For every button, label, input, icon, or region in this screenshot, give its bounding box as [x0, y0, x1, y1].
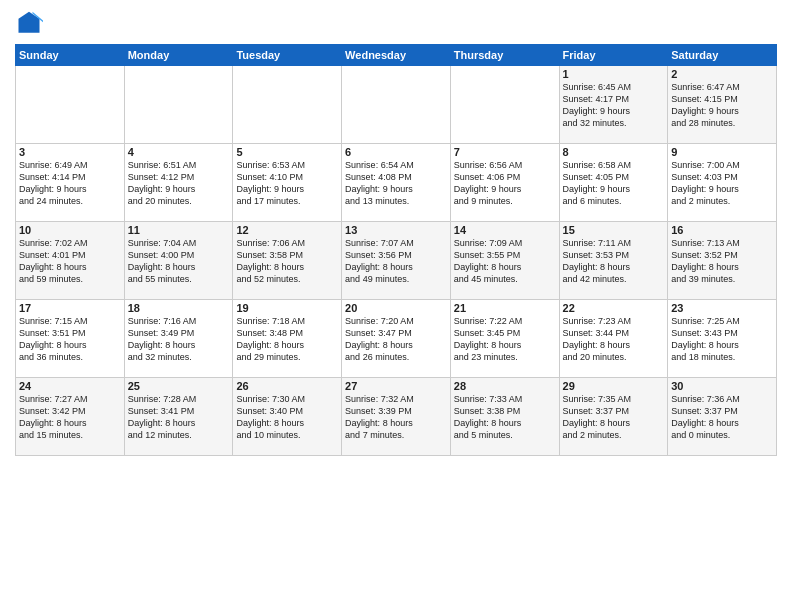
day-info: Sunrise: 7:13 AMSunset: 3:52 PMDaylight:…	[671, 237, 773, 286]
calendar-cell: 29Sunrise: 7:35 AMSunset: 3:37 PMDayligh…	[559, 378, 668, 456]
day-number: 27	[345, 380, 447, 392]
weekday-header-friday: Friday	[559, 45, 668, 66]
day-number: 15	[563, 224, 665, 236]
day-info: Sunrise: 6:58 AMSunset: 4:05 PMDaylight:…	[563, 159, 665, 208]
calendar-cell: 18Sunrise: 7:16 AMSunset: 3:49 PMDayligh…	[124, 300, 233, 378]
day-info: Sunrise: 7:09 AMSunset: 3:55 PMDaylight:…	[454, 237, 556, 286]
day-number: 21	[454, 302, 556, 314]
day-info: Sunrise: 7:30 AMSunset: 3:40 PMDaylight:…	[236, 393, 338, 442]
day-info: Sunrise: 6:53 AMSunset: 4:10 PMDaylight:…	[236, 159, 338, 208]
day-number: 3	[19, 146, 121, 158]
day-info: Sunrise: 6:47 AMSunset: 4:15 PMDaylight:…	[671, 81, 773, 130]
day-number: 28	[454, 380, 556, 392]
calendar-cell: 7Sunrise: 6:56 AMSunset: 4:06 PMDaylight…	[450, 144, 559, 222]
day-info: Sunrise: 7:04 AMSunset: 4:00 PMDaylight:…	[128, 237, 230, 286]
calendar-table: SundayMondayTuesdayWednesdayThursdayFrid…	[15, 44, 777, 456]
day-number: 25	[128, 380, 230, 392]
calendar-cell: 14Sunrise: 7:09 AMSunset: 3:55 PMDayligh…	[450, 222, 559, 300]
calendar-cell: 23Sunrise: 7:25 AMSunset: 3:43 PMDayligh…	[668, 300, 777, 378]
calendar-cell: 25Sunrise: 7:28 AMSunset: 3:41 PMDayligh…	[124, 378, 233, 456]
calendar-cell: 6Sunrise: 6:54 AMSunset: 4:08 PMDaylight…	[342, 144, 451, 222]
calendar-cell: 5Sunrise: 6:53 AMSunset: 4:10 PMDaylight…	[233, 144, 342, 222]
calendar-cell: 19Sunrise: 7:18 AMSunset: 3:48 PMDayligh…	[233, 300, 342, 378]
logo	[15, 10, 47, 38]
day-number: 18	[128, 302, 230, 314]
day-number: 5	[236, 146, 338, 158]
calendar-cell: 27Sunrise: 7:32 AMSunset: 3:39 PMDayligh…	[342, 378, 451, 456]
weekday-header-monday: Monday	[124, 45, 233, 66]
day-number: 22	[563, 302, 665, 314]
header-row: SundayMondayTuesdayWednesdayThursdayFrid…	[16, 45, 777, 66]
calendar-cell: 28Sunrise: 7:33 AMSunset: 3:38 PMDayligh…	[450, 378, 559, 456]
day-info: Sunrise: 7:28 AMSunset: 3:41 PMDaylight:…	[128, 393, 230, 442]
day-info: Sunrise: 7:23 AMSunset: 3:44 PMDaylight:…	[563, 315, 665, 364]
calendar-cell: 11Sunrise: 7:04 AMSunset: 4:00 PMDayligh…	[124, 222, 233, 300]
weekday-header-tuesday: Tuesday	[233, 45, 342, 66]
calendar-cell: 16Sunrise: 7:13 AMSunset: 3:52 PMDayligh…	[668, 222, 777, 300]
calendar-cell: 21Sunrise: 7:22 AMSunset: 3:45 PMDayligh…	[450, 300, 559, 378]
calendar-cell: 9Sunrise: 7:00 AMSunset: 4:03 PMDaylight…	[668, 144, 777, 222]
day-number: 23	[671, 302, 773, 314]
weekday-header-thursday: Thursday	[450, 45, 559, 66]
day-info: Sunrise: 7:07 AMSunset: 3:56 PMDaylight:…	[345, 237, 447, 286]
day-number: 26	[236, 380, 338, 392]
calendar-cell	[450, 66, 559, 144]
week-row-2: 3Sunrise: 6:49 AMSunset: 4:14 PMDaylight…	[16, 144, 777, 222]
day-info: Sunrise: 6:45 AMSunset: 4:17 PMDaylight:…	[563, 81, 665, 130]
day-number: 6	[345, 146, 447, 158]
calendar-cell: 8Sunrise: 6:58 AMSunset: 4:05 PMDaylight…	[559, 144, 668, 222]
day-number: 10	[19, 224, 121, 236]
week-row-4: 17Sunrise: 7:15 AMSunset: 3:51 PMDayligh…	[16, 300, 777, 378]
day-info: Sunrise: 7:27 AMSunset: 3:42 PMDaylight:…	[19, 393, 121, 442]
calendar-cell	[342, 66, 451, 144]
day-info: Sunrise: 7:25 AMSunset: 3:43 PMDaylight:…	[671, 315, 773, 364]
calendar-cell	[16, 66, 125, 144]
day-info: Sunrise: 7:32 AMSunset: 3:39 PMDaylight:…	[345, 393, 447, 442]
calendar-cell: 4Sunrise: 6:51 AMSunset: 4:12 PMDaylight…	[124, 144, 233, 222]
svg-marker-0	[19, 12, 40, 33]
day-info: Sunrise: 6:51 AMSunset: 4:12 PMDaylight:…	[128, 159, 230, 208]
day-info: Sunrise: 6:56 AMSunset: 4:06 PMDaylight:…	[454, 159, 556, 208]
day-number: 16	[671, 224, 773, 236]
calendar-cell: 15Sunrise: 7:11 AMSunset: 3:53 PMDayligh…	[559, 222, 668, 300]
day-number: 20	[345, 302, 447, 314]
day-info: Sunrise: 7:35 AMSunset: 3:37 PMDaylight:…	[563, 393, 665, 442]
day-number: 12	[236, 224, 338, 236]
day-info: Sunrise: 7:15 AMSunset: 3:51 PMDaylight:…	[19, 315, 121, 364]
calendar-cell: 13Sunrise: 7:07 AMSunset: 3:56 PMDayligh…	[342, 222, 451, 300]
day-info: Sunrise: 7:00 AMSunset: 4:03 PMDaylight:…	[671, 159, 773, 208]
day-info: Sunrise: 6:54 AMSunset: 4:08 PMDaylight:…	[345, 159, 447, 208]
day-number: 17	[19, 302, 121, 314]
day-number: 24	[19, 380, 121, 392]
day-info: Sunrise: 7:11 AMSunset: 3:53 PMDaylight:…	[563, 237, 665, 286]
week-row-3: 10Sunrise: 7:02 AMSunset: 4:01 PMDayligh…	[16, 222, 777, 300]
day-number: 13	[345, 224, 447, 236]
day-number: 8	[563, 146, 665, 158]
day-info: Sunrise: 7:06 AMSunset: 3:58 PMDaylight:…	[236, 237, 338, 286]
day-number: 30	[671, 380, 773, 392]
day-info: Sunrise: 7:36 AMSunset: 3:37 PMDaylight:…	[671, 393, 773, 442]
day-info: Sunrise: 7:16 AMSunset: 3:49 PMDaylight:…	[128, 315, 230, 364]
day-number: 7	[454, 146, 556, 158]
day-info: Sunrise: 7:20 AMSunset: 3:47 PMDaylight:…	[345, 315, 447, 364]
calendar-cell: 24Sunrise: 7:27 AMSunset: 3:42 PMDayligh…	[16, 378, 125, 456]
logo-icon	[15, 10, 43, 38]
calendar-cell: 22Sunrise: 7:23 AMSunset: 3:44 PMDayligh…	[559, 300, 668, 378]
day-number: 9	[671, 146, 773, 158]
day-number: 1	[563, 68, 665, 80]
week-row-5: 24Sunrise: 7:27 AMSunset: 3:42 PMDayligh…	[16, 378, 777, 456]
day-number: 11	[128, 224, 230, 236]
day-number: 4	[128, 146, 230, 158]
week-row-1: 1Sunrise: 6:45 AMSunset: 4:17 PMDaylight…	[16, 66, 777, 144]
calendar-cell: 1Sunrise: 6:45 AMSunset: 4:17 PMDaylight…	[559, 66, 668, 144]
weekday-header-saturday: Saturday	[668, 45, 777, 66]
calendar-cell: 12Sunrise: 7:06 AMSunset: 3:58 PMDayligh…	[233, 222, 342, 300]
calendar-cell: 3Sunrise: 6:49 AMSunset: 4:14 PMDaylight…	[16, 144, 125, 222]
calendar-cell: 2Sunrise: 6:47 AMSunset: 4:15 PMDaylight…	[668, 66, 777, 144]
day-info: Sunrise: 6:49 AMSunset: 4:14 PMDaylight:…	[19, 159, 121, 208]
header	[15, 10, 777, 38]
page: SundayMondayTuesdayWednesdayThursdayFrid…	[0, 0, 792, 612]
weekday-header-wednesday: Wednesday	[342, 45, 451, 66]
day-number: 14	[454, 224, 556, 236]
calendar-cell	[124, 66, 233, 144]
